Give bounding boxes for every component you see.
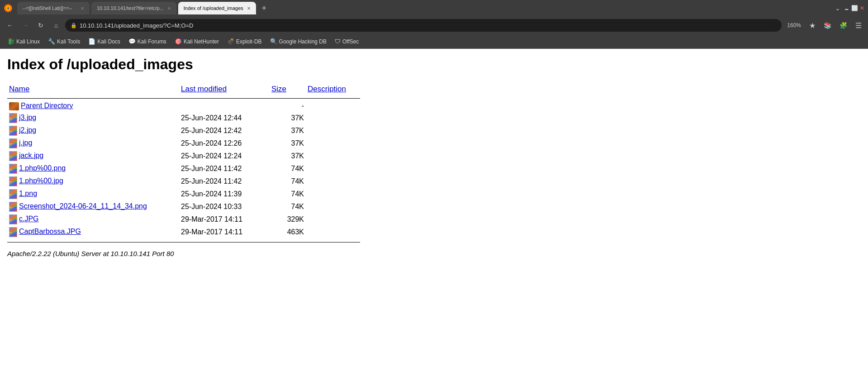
col-header-description: Description: [306, 82, 360, 96]
file-description-cell: [306, 175, 360, 188]
tab-label: 10.10.10.141/test?file=/etc/p...: [97, 5, 164, 11]
file-link[interactable]: j.jpg: [19, 139, 32, 147]
file-modified-cell: 25-Jun-2024 12:24: [179, 150, 270, 162]
image-file-icon: [9, 214, 17, 224]
file-size-cell: 37K: [270, 137, 306, 150]
image-file-icon: [9, 151, 17, 161]
file-name-cell: j2.jpg: [7, 124, 179, 137]
bookmark-kali-tools[interactable]: 🔧 Kali Tools: [44, 37, 84, 46]
file-link[interactable]: 1.php%00.jpg: [19, 177, 63, 185]
kali-forums-icon: 💬: [128, 38, 136, 45]
sort-by-size-link[interactable]: Size: [271, 85, 286, 93]
server-footer: Apache/2.2.22 (Ubuntu) Server at 10.10.1…: [7, 250, 861, 257]
col-header-modified: Last modified: [179, 82, 270, 96]
sort-by-name-link[interactable]: Name: [9, 85, 29, 93]
file-modified-cell: 25-Jun-2024 12:44: [179, 112, 270, 124]
file-link[interactable]: CaptBarbossa.JPG: [19, 228, 81, 235]
file-size-cell: 329K: [270, 213, 306, 226]
tab-close-icon[interactable]: ✕: [247, 6, 251, 11]
kali-tools-icon: 🔧: [48, 38, 55, 45]
close-icon[interactable]: ✕: [860, 5, 864, 11]
bookmark-exploit-db[interactable]: 💣 Exploit-DB: [223, 37, 266, 46]
table-row: Parent Directory-: [7, 100, 360, 112]
status-icons: 🗕 ⬜ ✕: [844, 5, 864, 11]
google-hacking-db-icon: 🔍: [270, 38, 277, 45]
file-name-cell: c.JPG: [7, 213, 179, 226]
file-description-cell: [306, 112, 360, 124]
address-bar[interactable]: 🔒 10.10.10.141/uploaded_images/?C=M;O=D: [65, 19, 782, 32]
file-link[interactable]: j2.jpg: [19, 126, 36, 134]
file-modified-cell: 25-Jun-2024 11:39: [179, 188, 270, 200]
table-row: 1.png25-Jun-2024 11:3974K: [7, 188, 360, 200]
file-modified-cell: 25-Jun-2024 10:33: [179, 200, 270, 213]
tab-uploaded-images[interactable]: Index of /uploaded_images ✕: [178, 2, 256, 14]
table-row: j3.jpg25-Jun-2024 12:4437K: [7, 112, 360, 124]
bookmark-label: Kali NetHunter: [184, 38, 219, 45]
browser-chrome: --=[[IndiShell Lab]]==-- ✕ 10.10.10.141/…: [0, 0, 868, 49]
forward-button[interactable]: →: [19, 19, 32, 32]
bookmark-label: Kali Forums: [138, 38, 166, 45]
tab-overflow-icon[interactable]: ⌄: [835, 5, 840, 12]
file-size-cell: 74K: [270, 188, 306, 200]
bookmark-star-icon[interactable]: ★: [806, 20, 818, 31]
image-file-icon: [9, 164, 17, 174]
kali-nethunter-icon: 🎯: [175, 38, 182, 45]
window-controls: 🗕 ⬜ ✕: [844, 5, 864, 11]
bookmark-offsec[interactable]: 🛡 OffSec: [331, 37, 362, 46]
file-description-cell: [306, 188, 360, 200]
table-row: CaptBarbossa.JPG29-Mar-2017 14:11463K: [7, 226, 360, 238]
table-row: j.jpg25-Jun-2024 12:2637K: [7, 137, 360, 150]
tab-close-icon[interactable]: ✕: [167, 6, 171, 11]
restore-icon[interactable]: ⬜: [851, 5, 858, 11]
back-button[interactable]: ←: [4, 19, 16, 32]
table-row: 1.php%00.png25-Jun-2024 11:4274K: [7, 162, 360, 175]
file-link[interactable]: j3.jpg: [19, 114, 36, 121]
file-table: Name Last modified Size Description Pare…: [7, 82, 360, 244]
bookmark-kali-nethunter[interactable]: 🎯 Kali NetHunter: [171, 37, 223, 46]
sort-by-description-link[interactable]: Description: [308, 85, 346, 93]
tab-close-icon[interactable]: ✕: [81, 6, 84, 11]
col-header-size: Size: [270, 82, 306, 96]
kali-docs-icon: 📄: [88, 38, 95, 45]
file-link[interactable]: Screenshot_2024-06-24_11_14_34.png: [19, 202, 147, 210]
file-description-cell: [306, 213, 360, 226]
browser-icon: [4, 4, 13, 13]
file-link[interactable]: 1.png: [19, 190, 37, 197]
image-file-icon: [9, 126, 17, 136]
file-size-cell: 74K: [270, 200, 306, 213]
col-header-name: Name: [7, 82, 179, 96]
file-modified-cell: 25-Jun-2024 12:42: [179, 124, 270, 137]
reload-button[interactable]: ↻: [34, 19, 47, 32]
bookmark-google-hacking-db[interactable]: 🔍 Google Hacking DB: [266, 37, 330, 46]
file-link[interactable]: Parent Directory: [21, 102, 73, 109]
file-name-cell: jack.jpg: [7, 150, 179, 162]
bookmark-kali-docs[interactable]: 📄 Kali Docs: [85, 37, 124, 46]
bookmark-kali-forums[interactable]: 💬 Kali Forums: [125, 37, 170, 46]
sort-by-modified-link[interactable]: Last modified: [181, 85, 227, 93]
file-link[interactable]: jack.jpg: [19, 152, 43, 159]
file-name-cell: j3.jpg: [7, 112, 179, 124]
file-description-cell: [306, 100, 360, 112]
home-button[interactable]: ⌂: [50, 19, 62, 32]
pocket-icon[interactable]: 📚: [821, 21, 834, 30]
file-modified-cell: 29-Mar-2017 14:11: [179, 226, 270, 238]
exploit-db-icon: 💣: [227, 38, 234, 45]
extensions-icon[interactable]: 🧩: [837, 21, 850, 30]
file-link[interactable]: 1.php%00.png: [19, 164, 66, 172]
image-file-icon: [9, 202, 17, 212]
tab-indishell[interactable]: --=[[IndiShell Lab]]==-- ✕: [17, 2, 90, 14]
minimize-icon[interactable]: 🗕: [844, 5, 849, 11]
file-description-cell: [306, 137, 360, 150]
table-row: c.JPG29-Mar-2017 14:11329K: [7, 213, 360, 226]
file-link[interactable]: c.JPG: [19, 215, 39, 223]
file-name-cell: Screenshot_2024-06-24_11_14_34.png: [7, 200, 179, 213]
menu-icon[interactable]: ☰: [853, 20, 864, 31]
security-icon: 🔒: [71, 23, 77, 29]
bookmark-label: Exploit-DB: [236, 38, 262, 45]
file-name-cell: j.jpg: [7, 137, 179, 150]
file-size-cell: 37K: [270, 150, 306, 162]
folder-icon: [9, 102, 19, 110]
bookmark-kali-linux[interactable]: 🐉 Kali Linux: [4, 37, 43, 46]
new-tab-button[interactable]: +: [258, 2, 270, 14]
tab-lfi[interactable]: 10.10.10.141/test?file=/etc/p... ✕: [91, 2, 176, 14]
